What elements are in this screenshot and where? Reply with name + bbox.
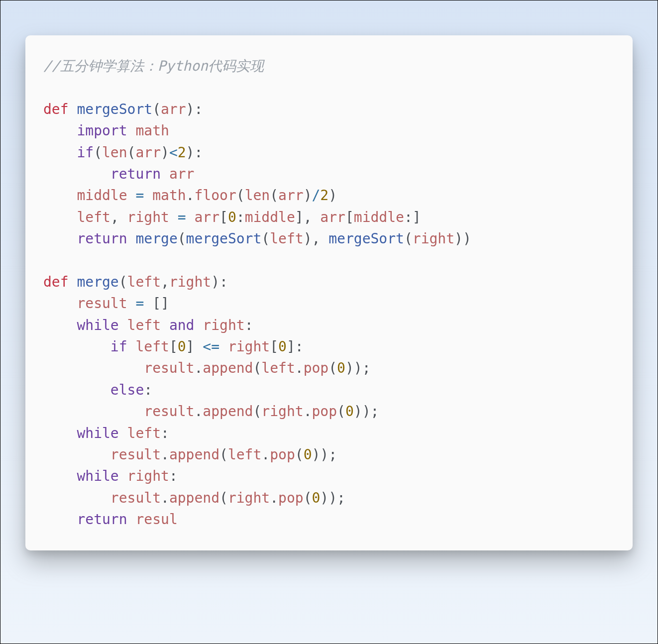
code-token: : xyxy=(295,338,304,355)
code-token: resul xyxy=(135,511,177,528)
code-token: 0 xyxy=(337,360,345,376)
code-token xyxy=(194,317,203,333)
code-token: import xyxy=(77,122,127,139)
code-token: if xyxy=(77,144,94,161)
code-token: result xyxy=(144,403,194,420)
code-token xyxy=(127,122,136,139)
code-token: [ xyxy=(169,338,178,355)
code-token: ( xyxy=(295,446,304,463)
code-token xyxy=(69,274,77,290)
code-token xyxy=(127,187,136,204)
code-token: merge xyxy=(135,230,177,247)
code-token: ; xyxy=(371,403,379,420)
code-token: mergeSort xyxy=(329,230,404,247)
code-token: def xyxy=(43,274,69,290)
code-token: ] xyxy=(287,338,295,355)
code-token xyxy=(43,403,144,420)
code-token xyxy=(127,230,136,247)
code-line: result.append(right.pop(0)); xyxy=(43,403,379,420)
code-token: def xyxy=(43,101,69,117)
code-token: ) xyxy=(329,187,337,204)
code-token: right xyxy=(261,403,303,420)
code-token: ( xyxy=(253,403,261,420)
code-token: ) xyxy=(454,230,463,247)
code-token: ( xyxy=(261,230,270,247)
code-token: middle xyxy=(77,187,127,204)
code-token: math xyxy=(152,187,186,204)
code-token: < xyxy=(169,144,178,161)
code-token: ) xyxy=(463,230,471,247)
code-line: //五分钟学算法：Python代码实现 xyxy=(43,58,264,74)
code-token: left xyxy=(127,425,161,441)
code-token: result xyxy=(144,360,194,376)
code-token xyxy=(119,425,127,441)
code-token: ( xyxy=(152,101,161,117)
code-line: import math xyxy=(43,122,169,139)
code-token xyxy=(43,382,110,398)
code-token: len xyxy=(102,144,127,161)
code-token: ( xyxy=(337,403,345,420)
code-token: ) xyxy=(345,360,354,376)
code-token xyxy=(127,295,136,312)
code-token: arr xyxy=(320,209,345,225)
code-token: result xyxy=(110,490,161,506)
code-token: = xyxy=(135,295,144,312)
code-token: pop xyxy=(312,403,337,420)
code-token: . xyxy=(186,187,195,204)
code-token: ] xyxy=(413,209,421,225)
code-token: while xyxy=(77,317,118,333)
code-token: and xyxy=(169,317,195,333)
code-token: : xyxy=(194,144,203,161)
code-token: [ xyxy=(219,209,228,225)
code-token: . xyxy=(194,403,203,420)
code-token xyxy=(119,317,127,333)
code-token: append xyxy=(203,360,253,376)
code-token xyxy=(43,122,77,139)
code-token: . xyxy=(270,490,278,506)
code-token xyxy=(43,166,110,182)
code-token: math xyxy=(135,122,169,139)
code-token: pop xyxy=(278,490,304,506)
code-token xyxy=(43,144,77,161)
code-token: middle xyxy=(245,209,295,225)
code-token: ; xyxy=(337,490,345,506)
code-block: //五分钟学算法：Python代码实现 def mergeSort(arr): … xyxy=(43,55,615,531)
code-line: return merge(mergeSort(left), mergeSort(… xyxy=(43,230,471,247)
code-line: result.append(left.pop(0)); xyxy=(43,360,371,376)
code-line: result.append(right.pop(0)); xyxy=(43,490,345,506)
code-token: left xyxy=(77,209,110,225)
code-card: //五分钟学算法：Python代码实现 def mergeSort(arr): … xyxy=(25,35,633,550)
code-token: left xyxy=(135,338,169,355)
code-token: return xyxy=(77,230,127,247)
code-token xyxy=(127,511,136,528)
code-token: left xyxy=(127,274,161,290)
code-line: left, right = arr[0:middle], arr[middle:… xyxy=(43,209,421,225)
code-token: right xyxy=(169,274,211,290)
code-token xyxy=(43,360,144,376)
code-token: ) xyxy=(186,144,195,161)
code-token: result xyxy=(77,295,127,312)
code-token: 0 xyxy=(304,446,312,463)
code-line: return resul xyxy=(43,511,178,528)
code-token: //五分钟学算法：Python代码实现 xyxy=(43,58,264,74)
code-token xyxy=(43,511,77,528)
code-token: arr xyxy=(194,209,219,225)
code-token: ) xyxy=(320,490,329,506)
code-token xyxy=(43,295,77,312)
code-token: : xyxy=(161,425,169,441)
code-token: : xyxy=(144,382,152,398)
code-token xyxy=(43,209,77,225)
code-token: mergeSort xyxy=(77,101,152,117)
code-token xyxy=(161,166,169,182)
code-token: 0 xyxy=(178,338,186,355)
code-token: return xyxy=(77,511,127,528)
code-token: arr xyxy=(161,101,186,117)
code-token: ) xyxy=(312,446,320,463)
code-line: while left: xyxy=(43,425,169,441)
code-token: return xyxy=(110,166,161,182)
code-token: . xyxy=(161,490,169,506)
code-token: result xyxy=(110,446,161,463)
code-line: def merge(left,right): xyxy=(43,274,228,290)
code-token: pop xyxy=(270,446,295,463)
code-token: ) xyxy=(354,403,362,420)
